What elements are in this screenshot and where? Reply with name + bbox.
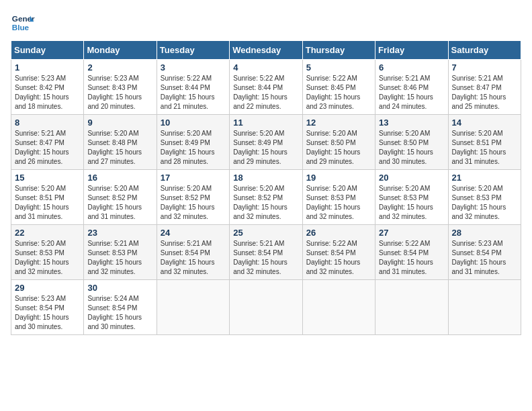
day-number: 10 xyxy=(161,118,226,128)
calendar-day-18: 18Sunrise: 5:20 AM Sunset: 8:52 PM Dayli… xyxy=(230,170,302,225)
day-info: Sunrise: 5:21 AM Sunset: 8:46 PM Dayligh… xyxy=(379,74,444,111)
day-number: 13 xyxy=(379,118,444,128)
day-number: 4 xyxy=(233,62,298,73)
calendar-day-29: 29Sunrise: 5:23 AM Sunset: 8:54 PM Dayli… xyxy=(11,280,84,335)
calendar-day-26: 26Sunrise: 5:22 AM Sunset: 8:54 PM Dayli… xyxy=(302,225,375,280)
day-number: 6 xyxy=(379,62,444,73)
day-info: Sunrise: 5:21 AM Sunset: 8:54 PM Dayligh… xyxy=(161,239,226,277)
svg-text:Blue: Blue xyxy=(12,23,30,32)
weekday-header-monday: Monday xyxy=(84,41,157,60)
empty-cell xyxy=(302,280,375,335)
day-number: 8 xyxy=(15,118,80,128)
day-number: 18 xyxy=(233,173,298,183)
calendar-day-24: 24Sunrise: 5:21 AM Sunset: 8:54 PM Dayli… xyxy=(157,225,229,280)
calendar-day-25: 25Sunrise: 5:21 AM Sunset: 8:54 PM Dayli… xyxy=(230,225,302,280)
day-number: 30 xyxy=(87,283,152,293)
calendar-day-21: 21Sunrise: 5:20 AM Sunset: 8:53 PM Dayli… xyxy=(448,170,521,225)
day-info: Sunrise: 5:21 AM Sunset: 8:54 PM Dayligh… xyxy=(233,239,298,277)
day-number: 11 xyxy=(233,118,298,128)
calendar-day-9: 9Sunrise: 5:20 AM Sunset: 8:48 PM Daylig… xyxy=(84,115,157,170)
day-number: 28 xyxy=(452,228,517,238)
calendar-day-23: 23Sunrise: 5:21 AM Sunset: 8:53 PM Dayli… xyxy=(84,225,157,280)
day-info: Sunrise: 5:21 AM Sunset: 8:47 PM Dayligh… xyxy=(15,129,80,167)
day-number: 12 xyxy=(306,118,371,128)
calendar-week-1: 1Sunrise: 5:23 AM Sunset: 8:42 PM Daylig… xyxy=(11,60,521,115)
day-info: Sunrise: 5:20 AM Sunset: 8:50 PM Dayligh… xyxy=(306,129,371,167)
weekday-header-sunday: Sunday xyxy=(11,41,84,60)
day-number: 17 xyxy=(161,173,226,183)
calendar-day-15: 15Sunrise: 5:20 AM Sunset: 8:51 PM Dayli… xyxy=(11,170,84,225)
calendar-day-27: 27Sunrise: 5:22 AM Sunset: 8:54 PM Dayli… xyxy=(375,225,448,280)
calendar-day-17: 17Sunrise: 5:20 AM Sunset: 8:52 PM Dayli… xyxy=(157,170,229,225)
calendar-week-2: 8Sunrise: 5:21 AM Sunset: 8:47 PM Daylig… xyxy=(11,115,521,170)
calendar-day-2: 2Sunrise: 5:23 AM Sunset: 8:43 PM Daylig… xyxy=(84,60,157,115)
day-info: Sunrise: 5:23 AM Sunset: 8:42 PM Dayligh… xyxy=(15,74,80,111)
weekday-header-thursday: Thursday xyxy=(302,41,375,60)
day-info: Sunrise: 5:23 AM Sunset: 8:54 PM Dayligh… xyxy=(452,239,517,277)
logo: General Blue xyxy=(11,11,35,35)
empty-cell xyxy=(448,280,521,335)
header: General Blue xyxy=(11,11,521,35)
day-number: 2 xyxy=(87,62,152,73)
calendar-week-4: 22Sunrise: 5:20 AM Sunset: 8:53 PM Dayli… xyxy=(11,225,521,280)
day-info: Sunrise: 5:22 AM Sunset: 8:54 PM Dayligh… xyxy=(306,239,371,277)
day-info: Sunrise: 5:20 AM Sunset: 8:51 PM Dayligh… xyxy=(15,184,80,222)
day-number: 21 xyxy=(452,173,517,183)
day-info: Sunrise: 5:20 AM Sunset: 8:53 PM Dayligh… xyxy=(15,239,80,277)
day-number: 15 xyxy=(15,173,80,183)
day-info: Sunrise: 5:20 AM Sunset: 8:48 PM Dayligh… xyxy=(87,129,152,167)
calendar-day-6: 6Sunrise: 5:21 AM Sunset: 8:46 PM Daylig… xyxy=(375,60,448,115)
day-info: Sunrise: 5:20 AM Sunset: 8:49 PM Dayligh… xyxy=(161,129,226,167)
day-number: 3 xyxy=(161,62,226,73)
calendar-day-8: 8Sunrise: 5:21 AM Sunset: 8:47 PM Daylig… xyxy=(11,115,84,170)
day-info: Sunrise: 5:22 AM Sunset: 8:44 PM Dayligh… xyxy=(161,74,226,111)
day-number: 24 xyxy=(161,228,226,238)
calendar-day-20: 20Sunrise: 5:20 AM Sunset: 8:53 PM Dayli… xyxy=(375,170,448,225)
day-number: 5 xyxy=(306,62,371,73)
empty-cell xyxy=(230,280,302,335)
weekday-header-saturday: Saturday xyxy=(448,41,521,60)
calendar-week-3: 15Sunrise: 5:20 AM Sunset: 8:51 PM Dayli… xyxy=(11,170,521,225)
day-info: Sunrise: 5:23 AM Sunset: 8:43 PM Dayligh… xyxy=(87,74,152,111)
day-info: Sunrise: 5:20 AM Sunset: 8:52 PM Dayligh… xyxy=(233,184,298,222)
calendar-week-5: 29Sunrise: 5:23 AM Sunset: 8:54 PM Dayli… xyxy=(11,280,521,335)
day-info: Sunrise: 5:20 AM Sunset: 8:49 PM Dayligh… xyxy=(233,129,298,167)
day-info: Sunrise: 5:20 AM Sunset: 8:50 PM Dayligh… xyxy=(379,129,444,167)
day-info: Sunrise: 5:22 AM Sunset: 8:54 PM Dayligh… xyxy=(379,239,444,277)
day-info: Sunrise: 5:20 AM Sunset: 8:53 PM Dayligh… xyxy=(306,184,371,222)
day-info: Sunrise: 5:21 AM Sunset: 8:47 PM Dayligh… xyxy=(452,74,517,111)
day-info: Sunrise: 5:20 AM Sunset: 8:52 PM Dayligh… xyxy=(161,184,226,222)
day-info: Sunrise: 5:23 AM Sunset: 8:54 PM Dayligh… xyxy=(15,294,80,332)
day-number: 25 xyxy=(233,228,298,238)
day-number: 27 xyxy=(379,228,444,238)
calendar-day-19: 19Sunrise: 5:20 AM Sunset: 8:53 PM Dayli… xyxy=(302,170,375,225)
calendar-day-5: 5Sunrise: 5:22 AM Sunset: 8:45 PM Daylig… xyxy=(302,60,375,115)
day-number: 9 xyxy=(87,118,152,128)
empty-cell xyxy=(375,280,448,335)
calendar-day-16: 16Sunrise: 5:20 AM Sunset: 8:52 PM Dayli… xyxy=(84,170,157,225)
calendar-day-28: 28Sunrise: 5:23 AM Sunset: 8:54 PM Dayli… xyxy=(448,225,521,280)
day-number: 26 xyxy=(306,228,371,238)
calendar-day-22: 22Sunrise: 5:20 AM Sunset: 8:53 PM Dayli… xyxy=(11,225,84,280)
day-number: 1 xyxy=(15,62,80,73)
day-info: Sunrise: 5:20 AM Sunset: 8:53 PM Dayligh… xyxy=(452,184,517,222)
calendar-day-3: 3Sunrise: 5:22 AM Sunset: 8:44 PM Daylig… xyxy=(157,60,229,115)
day-number: 14 xyxy=(452,118,517,128)
calendar-day-4: 4Sunrise: 5:22 AM Sunset: 8:44 PM Daylig… xyxy=(230,60,302,115)
weekday-header-wednesday: Wednesday xyxy=(230,41,302,60)
day-number: 16 xyxy=(87,173,152,183)
calendar-day-7: 7Sunrise: 5:21 AM Sunset: 8:47 PM Daylig… xyxy=(448,60,521,115)
day-info: Sunrise: 5:22 AM Sunset: 8:44 PM Dayligh… xyxy=(233,74,298,111)
day-number: 19 xyxy=(306,173,371,183)
weekday-header-friday: Friday xyxy=(375,41,448,60)
day-info: Sunrise: 5:20 AM Sunset: 8:52 PM Dayligh… xyxy=(87,184,152,222)
day-info: Sunrise: 5:20 AM Sunset: 8:53 PM Dayligh… xyxy=(379,184,444,222)
calendar-day-14: 14Sunrise: 5:20 AM Sunset: 8:51 PM Dayli… xyxy=(448,115,521,170)
calendar-day-1: 1Sunrise: 5:23 AM Sunset: 8:42 PM Daylig… xyxy=(11,60,84,115)
logo-icon: General Blue xyxy=(11,11,35,35)
calendar-day-10: 10Sunrise: 5:20 AM Sunset: 8:49 PM Dayli… xyxy=(157,115,229,170)
day-number: 7 xyxy=(452,62,517,73)
day-info: Sunrise: 5:22 AM Sunset: 8:45 PM Dayligh… xyxy=(306,74,371,111)
calendar-table: SundayMondayTuesdayWednesdayThursdayFrid… xyxy=(11,40,521,335)
day-info: Sunrise: 5:20 AM Sunset: 8:51 PM Dayligh… xyxy=(452,129,517,167)
